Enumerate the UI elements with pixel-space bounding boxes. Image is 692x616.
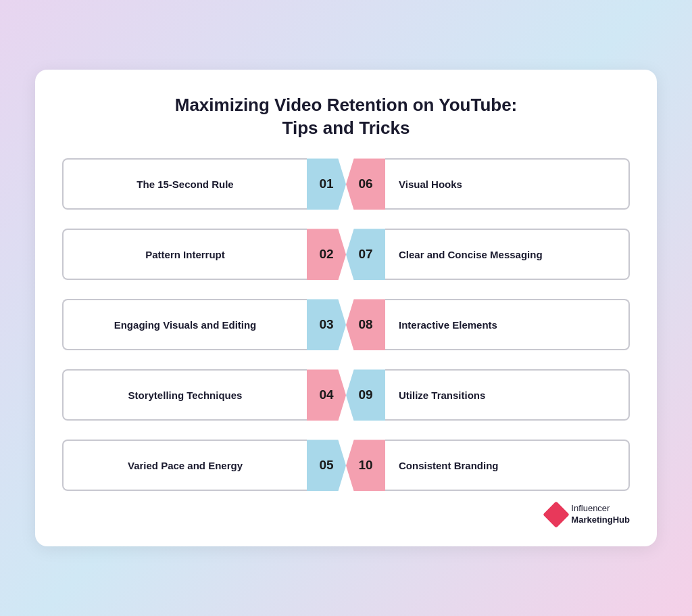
left-item-1: The 15-Second Rule bbox=[62, 158, 307, 210]
tip-row: The 15-Second Rule 01 06 Visual Hooks bbox=[62, 158, 630, 210]
right-badge-2: 07 bbox=[346, 229, 385, 280]
right-badge-4: 09 bbox=[346, 369, 385, 421]
right-item-2: Clear and Concise Messaging bbox=[385, 229, 630, 280]
left-badge-1: 01 bbox=[307, 158, 346, 210]
left-badge-2: 02 bbox=[307, 229, 346, 280]
tip-row: Pattern Interrupt 02 07 Clear and Concis… bbox=[62, 229, 630, 280]
right-label-2: Clear and Concise Messaging bbox=[385, 229, 630, 280]
right-badge-1: 06 bbox=[346, 158, 385, 210]
left-label-1: The 15-Second Rule bbox=[62, 158, 307, 210]
right-item-3: Interactive Elements bbox=[385, 299, 630, 350]
right-label-3: Interactive Elements bbox=[385, 299, 630, 350]
tip-row: Storytelling Techniques 04 09 Utilize Tr… bbox=[62, 369, 630, 421]
tip-row: Engaging Visuals and Editing 03 08 Inter… bbox=[62, 299, 630, 350]
left-label-5: Varied Pace and Energy bbox=[62, 440, 307, 491]
left-item-5: Varied Pace and Energy bbox=[62, 440, 307, 491]
left-badge-4: 04 bbox=[307, 369, 346, 421]
right-item-1: Visual Hooks bbox=[385, 158, 630, 210]
left-label-2: Pattern Interrupt bbox=[62, 229, 307, 280]
logo-text: InfluencerMarketingHub bbox=[571, 503, 630, 526]
logo-diamond-icon bbox=[543, 501, 570, 528]
main-card: Maximizing Video Retention on YouTube: T… bbox=[35, 70, 657, 546]
tip-row: Varied Pace and Energy 05 10 Consistent … bbox=[62, 440, 630, 491]
left-item-4: Storytelling Techniques bbox=[62, 369, 307, 421]
logo-area: InfluencerMarketingHub bbox=[62, 503, 630, 526]
right-item-4: Utilize Transitions bbox=[385, 369, 630, 421]
right-badge-5: 10 bbox=[346, 440, 385, 491]
left-badge-3: 03 bbox=[307, 299, 346, 350]
left-label-4: Storytelling Techniques bbox=[62, 369, 307, 421]
content-grid: The 15-Second Rule 01 06 Visual Hooks Pa… bbox=[62, 158, 630, 491]
right-label-1: Visual Hooks bbox=[385, 158, 630, 210]
left-label-3: Engaging Visuals and Editing bbox=[62, 299, 307, 350]
right-label-5: Consistent Branding bbox=[385, 440, 630, 491]
page-title: Maximizing Video Retention on YouTube: T… bbox=[62, 94, 630, 140]
left-item-2: Pattern Interrupt bbox=[62, 229, 307, 280]
right-badge-3: 08 bbox=[346, 299, 385, 350]
left-item-3: Engaging Visuals and Editing bbox=[62, 299, 307, 350]
left-badge-5: 05 bbox=[307, 440, 346, 491]
right-label-4: Utilize Transitions bbox=[385, 369, 630, 421]
right-item-5: Consistent Branding bbox=[385, 440, 630, 491]
